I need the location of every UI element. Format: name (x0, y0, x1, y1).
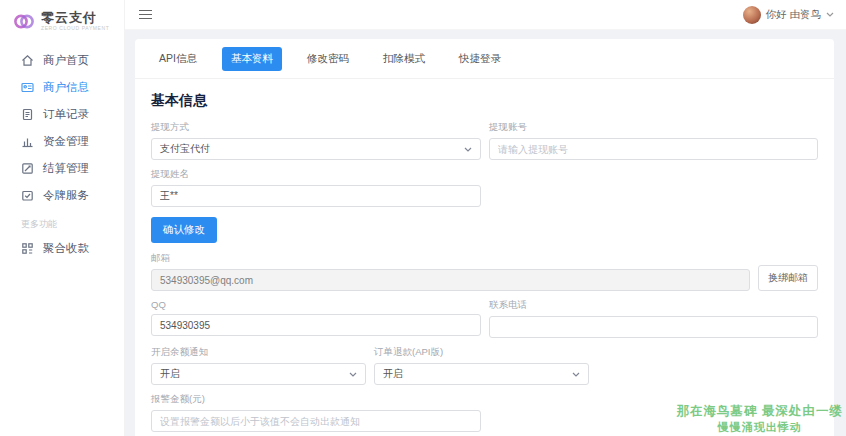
avatar (743, 6, 761, 24)
confirm-modify-button[interactable]: 确认修改 (151, 217, 217, 243)
sidebar-item-label: 资金管理 (43, 134, 89, 149)
tab-bar: API信息 基本资料 修改密码 扣除模式 快捷登录 (135, 39, 834, 79)
basic-info-form: 基本信息 提现方式 支付宝代付 (135, 79, 834, 436)
hamburger-menu-icon[interactable] (139, 10, 152, 19)
sidebar-item-label: 商户信息 (43, 80, 89, 95)
balance-notify-value: 开启 (160, 367, 180, 381)
withdraw-name-label: 提现姓名 (151, 168, 481, 181)
order-refund-label: 订单退款(API版) (374, 346, 589, 359)
user-menu[interactable]: 你好 由资鸟 (743, 6, 834, 24)
withdraw-name-input[interactable] (151, 185, 481, 207)
user-greeting: 你好 由资鸟 (766, 8, 821, 22)
document-icon (21, 108, 34, 121)
user-card-icon (21, 81, 34, 94)
balance-notify-select[interactable]: 开启 (151, 363, 366, 385)
qq-label: QQ (151, 299, 481, 310)
sidebar-item-order-records[interactable]: 订单记录 (0, 101, 124, 128)
tab-deduction-mode[interactable]: 扣除模式 (374, 47, 434, 71)
chevron-down-icon (349, 372, 357, 377)
withdraw-account-input[interactable] (489, 138, 818, 160)
alert-amount-input[interactable] (151, 410, 481, 432)
chevron-down-icon (464, 147, 472, 152)
tab-quick-login[interactable]: 快捷登录 (450, 47, 510, 71)
edit-icon (21, 162, 34, 175)
sidebar-menu: 商户首页 商户信息 订单记录 (0, 42, 124, 262)
withdraw-method-label: 提现方式 (151, 121, 481, 134)
order-refund-select[interactable]: 开启 (374, 363, 589, 385)
main-column: 你好 由资鸟 API信息 基本资料 修改密码 扣除模式 快捷登录 基本信息 (125, 0, 846, 436)
withdraw-account-label: 提现账号 (489, 121, 818, 134)
topbar: 你好 由资鸟 (125, 0, 846, 30)
withdraw-method-value: 支付宝代付 (160, 142, 210, 156)
sidebar-item-label: 聚合收款 (43, 241, 89, 256)
withdraw-method-select[interactable]: 支付宝代付 (151, 138, 481, 160)
sidebar-item-label: 令牌服务 (43, 188, 89, 203)
chevron-down-icon (826, 12, 834, 17)
balance-notify-label: 开启余额通知 (151, 346, 366, 359)
merchant-info-card: API信息 基本资料 修改密码 扣除模式 快捷登录 基本信息 提现方式 支付宝代… (135, 39, 834, 436)
sidebar-item-label: 结算管理 (43, 161, 89, 176)
email-field[interactable] (151, 269, 750, 291)
box-check-icon (21, 189, 34, 202)
chevron-down-icon (572, 372, 580, 377)
sidebar-item-label: 订单记录 (43, 107, 89, 122)
sidebar-item-label: 商户首页 (43, 53, 89, 68)
brand-logo-icon (13, 13, 35, 30)
brand-name: 零云支付 (41, 11, 109, 25)
sidebar-item-aggregate-collection[interactable]: 聚合收款 (0, 235, 124, 262)
sidebar-section-label: 更多功能 (0, 209, 124, 235)
sidebar-item-merchant-home[interactable]: 商户首页 (0, 47, 124, 74)
change-email-button[interactable]: 换绑邮箱 (758, 265, 818, 291)
bar-chart-icon (21, 135, 34, 148)
order-refund-value: 开启 (383, 367, 403, 381)
qr-code-icon (21, 242, 34, 255)
qq-input[interactable] (151, 314, 481, 336)
tab-change-password[interactable]: 修改密码 (298, 47, 358, 71)
phone-label: 联系电话 (489, 299, 818, 312)
sidebar-item-fund-management[interactable]: 资金管理 (0, 128, 124, 155)
email-label: 邮箱 (151, 252, 750, 265)
tab-api-info[interactable]: API信息 (150, 47, 206, 71)
sidebar-item-settlement-management[interactable]: 结算管理 (0, 155, 124, 182)
app-root: 零云支付 ZERO CLOUD PAYMENT 商户首页 (0, 0, 846, 436)
alert-amount-label: 报警金额(元) (151, 393, 481, 406)
brand-tagline: ZERO CLOUD PAYMENT (41, 26, 109, 32)
phone-input[interactable] (489, 316, 818, 338)
sidebar-item-merchant-info[interactable]: 商户信息 (0, 74, 124, 101)
logo: 零云支付 ZERO CLOUD PAYMENT (0, 0, 124, 42)
sidebar: 零云支付 ZERO CLOUD PAYMENT 商户首页 (0, 0, 125, 436)
content-area: API信息 基本资料 修改密码 扣除模式 快捷登录 基本信息 提现方式 支付宝代… (125, 30, 846, 436)
sidebar-item-token-service[interactable]: 令牌服务 (0, 182, 124, 209)
home-icon (21, 54, 34, 67)
tab-basic-profile[interactable]: 基本资料 (222, 47, 282, 71)
page-title: 基本信息 (151, 92, 818, 110)
